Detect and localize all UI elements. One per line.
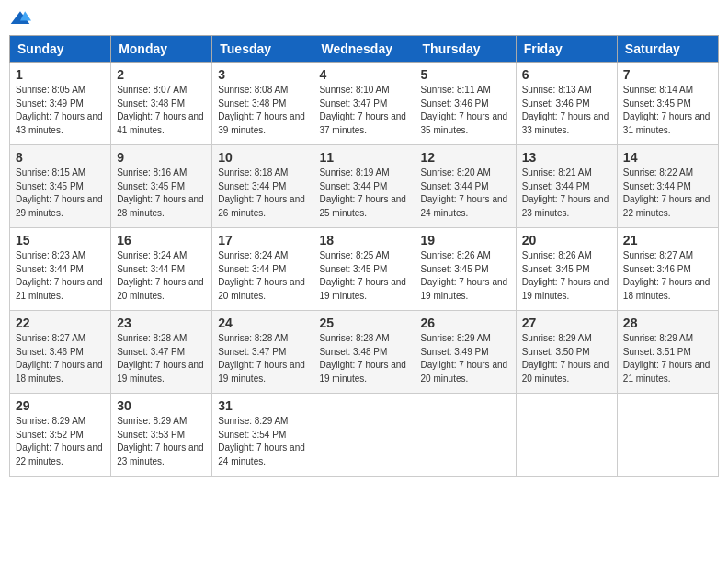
day-number: 20 (522, 233, 611, 247)
day-info: Sunrise: 8:29 AM Sunset: 3:51 PM Dayligh… (623, 332, 712, 385)
logo-icon (9, 9, 31, 28)
day-number: 6 (522, 67, 611, 82)
header-monday: Monday (111, 36, 212, 63)
table-row: 19 Sunrise: 8:26 AM Sunset: 3:45 PM Dayl… (415, 228, 516, 311)
table-row: 20 Sunrise: 8:26 AM Sunset: 3:45 PM Dayl… (516, 228, 617, 311)
day-info: Sunrise: 8:28 AM Sunset: 3:47 PM Dayligh… (218, 332, 307, 385)
day-number: 1 (16, 67, 105, 82)
day-number: 2 (117, 67, 206, 82)
day-info: Sunrise: 8:28 AM Sunset: 3:48 PM Dayligh… (319, 332, 408, 385)
table-row: 23 Sunrise: 8:28 AM Sunset: 3:47 PM Dayl… (111, 311, 212, 394)
table-row: 4 Sunrise: 8:10 AM Sunset: 3:47 PM Dayli… (313, 63, 415, 145)
day-info: Sunrise: 8:11 AM Sunset: 3:46 PM Dayligh… (421, 84, 510, 137)
day-info: Sunrise: 8:18 AM Sunset: 3:44 PM Dayligh… (218, 167, 307, 220)
day-info: Sunrise: 8:05 AM Sunset: 3:49 PM Dayligh… (16, 84, 105, 137)
table-row: 11 Sunrise: 8:19 AM Sunset: 3:44 PM Dayl… (313, 145, 415, 228)
day-number: 15 (16, 233, 105, 247)
day-number: 13 (522, 150, 611, 165)
week-row-3: 15 Sunrise: 8:23 AM Sunset: 3:44 PM Dayl… (10, 228, 719, 311)
day-info: Sunrise: 8:29 AM Sunset: 3:50 PM Dayligh… (522, 332, 611, 385)
day-info: Sunrise: 8:15 AM Sunset: 3:45 PM Dayligh… (16, 167, 105, 220)
day-info: Sunrise: 8:08 AM Sunset: 3:48 PM Dayligh… (218, 84, 307, 137)
day-number: 27 (522, 316, 611, 330)
day-info: Sunrise: 8:29 AM Sunset: 3:52 PM Dayligh… (16, 415, 105, 468)
day-info: Sunrise: 8:26 AM Sunset: 3:45 PM Dayligh… (421, 249, 510, 303)
day-number: 29 (16, 398, 105, 413)
table-row: 7 Sunrise: 8:14 AM Sunset: 3:45 PM Dayli… (617, 63, 718, 145)
day-number: 24 (218, 316, 307, 330)
day-number: 12 (421, 150, 510, 165)
day-info: Sunrise: 8:29 AM Sunset: 3:54 PM Dayligh… (218, 415, 307, 468)
day-info: Sunrise: 8:24 AM Sunset: 3:44 PM Dayligh… (117, 249, 206, 303)
day-number: 3 (218, 67, 307, 82)
logo (9, 9, 35, 28)
day-info: Sunrise: 8:27 AM Sunset: 3:46 PM Dayligh… (16, 332, 105, 385)
header-tuesday: Tuesday (212, 36, 313, 63)
table-row: 27 Sunrise: 8:29 AM Sunset: 3:50 PM Dayl… (516, 311, 617, 394)
header-saturday: Saturday (617, 36, 718, 63)
table-row (415, 394, 516, 477)
day-number: 30 (117, 398, 206, 413)
table-row (313, 394, 415, 477)
header-friday: Friday (516, 36, 617, 63)
day-info: Sunrise: 8:28 AM Sunset: 3:47 PM Dayligh… (117, 332, 206, 385)
page-header (9, 9, 719, 28)
day-info: Sunrise: 8:10 AM Sunset: 3:47 PM Dayligh… (319, 84, 408, 137)
table-row: 8 Sunrise: 8:15 AM Sunset: 3:45 PM Dayli… (10, 145, 111, 228)
table-row: 22 Sunrise: 8:27 AM Sunset: 3:46 PM Dayl… (10, 311, 111, 394)
day-number: 31 (218, 398, 307, 413)
week-row-1: 1 Sunrise: 8:05 AM Sunset: 3:49 PM Dayli… (10, 63, 719, 145)
table-row: 31 Sunrise: 8:29 AM Sunset: 3:54 PM Dayl… (212, 394, 313, 477)
day-number: 18 (319, 233, 408, 247)
week-row-2: 8 Sunrise: 8:15 AM Sunset: 3:45 PM Dayli… (10, 145, 719, 228)
day-info: Sunrise: 8:20 AM Sunset: 3:44 PM Dayligh… (421, 167, 510, 220)
table-row: 26 Sunrise: 8:29 AM Sunset: 3:49 PM Dayl… (415, 311, 516, 394)
table-row: 13 Sunrise: 8:21 AM Sunset: 3:44 PM Dayl… (516, 145, 617, 228)
table-row: 25 Sunrise: 8:28 AM Sunset: 3:48 PM Dayl… (313, 311, 415, 394)
day-number: 9 (117, 150, 206, 165)
table-row (617, 394, 718, 477)
day-number: 22 (16, 316, 105, 330)
day-info: Sunrise: 8:27 AM Sunset: 3:46 PM Dayligh… (623, 249, 712, 303)
day-info: Sunrise: 8:22 AM Sunset: 3:44 PM Dayligh… (623, 167, 712, 220)
table-row: 21 Sunrise: 8:27 AM Sunset: 3:46 PM Dayl… (617, 228, 718, 311)
calendar-header-row: SundayMondayTuesdayWednesdayThursdayFrid… (10, 36, 719, 63)
day-number: 10 (218, 150, 307, 165)
table-row (516, 394, 617, 477)
day-number: 4 (319, 67, 408, 82)
table-row: 15 Sunrise: 8:23 AM Sunset: 3:44 PM Dayl… (10, 228, 111, 311)
day-info: Sunrise: 8:25 AM Sunset: 3:45 PM Dayligh… (319, 249, 408, 303)
header-wednesday: Wednesday (313, 36, 415, 63)
table-row: 3 Sunrise: 8:08 AM Sunset: 3:48 PM Dayli… (212, 63, 313, 145)
day-number: 19 (421, 233, 510, 247)
day-number: 16 (117, 233, 206, 247)
calendar-table: SundayMondayTuesdayWednesdayThursdayFrid… (9, 35, 719, 477)
day-number: 23 (117, 316, 206, 330)
day-info: Sunrise: 8:14 AM Sunset: 3:45 PM Dayligh… (623, 84, 712, 137)
table-row: 17 Sunrise: 8:24 AM Sunset: 3:44 PM Dayl… (212, 228, 313, 311)
day-info: Sunrise: 8:23 AM Sunset: 3:44 PM Dayligh… (16, 249, 105, 303)
table-row: 30 Sunrise: 8:29 AM Sunset: 3:53 PM Dayl… (111, 394, 212, 477)
header-sunday: Sunday (10, 36, 111, 63)
table-row: 1 Sunrise: 8:05 AM Sunset: 3:49 PM Dayli… (10, 63, 111, 145)
day-number: 28 (623, 316, 712, 330)
week-row-5: 29 Sunrise: 8:29 AM Sunset: 3:52 PM Dayl… (10, 394, 719, 477)
table-row: 5 Sunrise: 8:11 AM Sunset: 3:46 PM Dayli… (415, 63, 516, 145)
table-row: 10 Sunrise: 8:18 AM Sunset: 3:44 PM Dayl… (212, 145, 313, 228)
day-info: Sunrise: 8:26 AM Sunset: 3:45 PM Dayligh… (522, 249, 611, 303)
table-row: 28 Sunrise: 8:29 AM Sunset: 3:51 PM Dayl… (617, 311, 718, 394)
day-number: 14 (623, 150, 712, 165)
day-info: Sunrise: 8:16 AM Sunset: 3:45 PM Dayligh… (117, 167, 206, 220)
day-number: 5 (421, 67, 510, 82)
day-info: Sunrise: 8:29 AM Sunset: 3:49 PM Dayligh… (421, 332, 510, 385)
table-row: 6 Sunrise: 8:13 AM Sunset: 3:46 PM Dayli… (516, 63, 617, 145)
day-info: Sunrise: 8:19 AM Sunset: 3:44 PM Dayligh… (319, 167, 408, 220)
day-number: 11 (319, 150, 408, 165)
day-number: 8 (16, 150, 105, 165)
table-row: 24 Sunrise: 8:28 AM Sunset: 3:47 PM Dayl… (212, 311, 313, 394)
day-number: 7 (623, 67, 712, 82)
day-info: Sunrise: 8:29 AM Sunset: 3:53 PM Dayligh… (117, 415, 206, 468)
table-row: 9 Sunrise: 8:16 AM Sunset: 3:45 PM Dayli… (111, 145, 212, 228)
table-row: 12 Sunrise: 8:20 AM Sunset: 3:44 PM Dayl… (415, 145, 516, 228)
table-row: 16 Sunrise: 8:24 AM Sunset: 3:44 PM Dayl… (111, 228, 212, 311)
